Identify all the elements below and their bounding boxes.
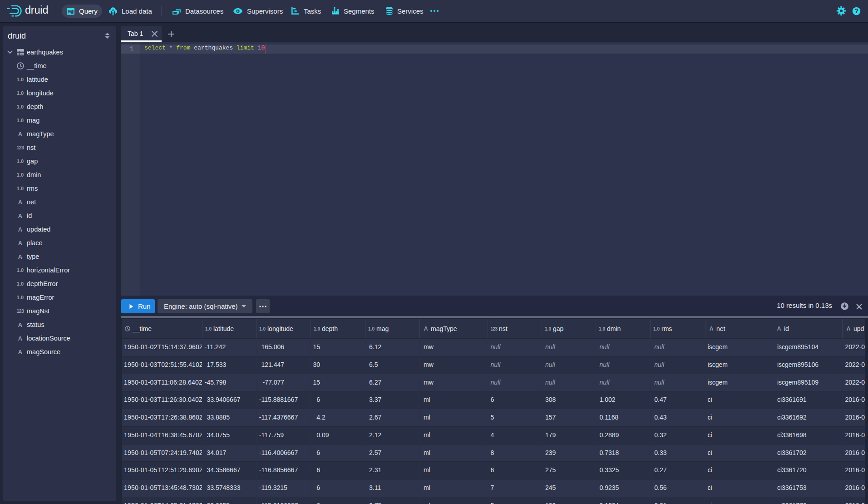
svg-text:?: ?: [854, 7, 858, 15]
